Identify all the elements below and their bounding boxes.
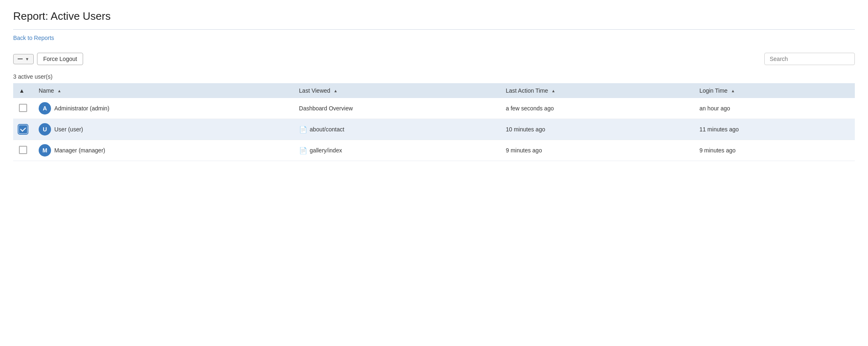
last-viewed-cell: 📄gallery/index <box>293 140 500 161</box>
last-viewed-cell: 📄about/contact <box>293 119 500 140</box>
user-avatar: M <box>39 144 51 157</box>
select-dropdown-button[interactable]: ▼ <box>13 54 34 64</box>
sort-up-icon: ▲ <box>19 87 25 94</box>
th-last-action-time-label: Last Action Time <box>506 87 548 94</box>
th-login-sort-icon: ▲ <box>731 89 735 93</box>
th-login-time-label: Login Time <box>699 87 727 94</box>
user-name-label: User (user) <box>54 126 83 133</box>
users-table: ▲ Name ▲ Last Viewed ▲ Last Act <box>13 83 855 161</box>
login-time-cell: 9 minutes ago <box>694 140 855 161</box>
row-checkbox[interactable] <box>19 146 27 154</box>
checkbox-cell[interactable] <box>13 98 33 119</box>
last-viewed-label: gallery/index <box>310 147 342 154</box>
login-time-cell: an hour ago <box>694 98 855 119</box>
user-avatar: A <box>39 102 51 115</box>
row-checkbox[interactable] <box>19 125 27 133</box>
last-viewed-label: about/contact <box>310 126 344 133</box>
last-viewed-label: Dashboard Overview <box>299 105 353 112</box>
th-login-time[interactable]: Login Time ▲ <box>694 83 855 98</box>
th-last-action-time[interactable]: Last Action Time ▲ <box>500 83 694 98</box>
th-name-sort-icon: ▲ <box>57 89 61 93</box>
user-avatar: U <box>39 123 51 136</box>
minus-icon <box>18 58 23 59</box>
page-title: Report: Active Users <box>13 10 855 23</box>
th-last-viewed-sort-icon: ▲ <box>334 89 338 93</box>
checkbox-cell[interactable] <box>13 140 33 161</box>
toolbar-left: ▼ Force Logout <box>13 53 83 65</box>
user-name-label: Administrator (admin) <box>54 105 109 112</box>
last-action-time-cell: 10 minutes ago <box>500 119 694 140</box>
back-to-reports-link[interactable]: Back to Reports <box>13 35 54 41</box>
table-row: MManager (manager)📄gallery/index9 minute… <box>13 140 855 161</box>
title-divider <box>13 29 855 30</box>
toolbar: ▼ Force Logout <box>13 48 855 70</box>
last-viewed-cell: Dashboard Overview <box>293 98 500 119</box>
active-count-label: 3 active user(s) <box>13 72 855 83</box>
th-last-viewed[interactable]: Last Viewed ▲ <box>293 83 500 98</box>
login-time-cell: 11 minutes ago <box>694 119 855 140</box>
toolbar-right <box>764 53 855 65</box>
search-input[interactable] <box>764 53 855 65</box>
checkbox-cell[interactable] <box>13 119 33 140</box>
page-document-icon: 📄 <box>299 147 307 154</box>
last-action-time-cell: a few seconds ago <box>500 98 694 119</box>
table-row: UUser (user)📄about/contact10 minutes ago… <box>13 119 855 140</box>
page-document-icon: 📄 <box>299 126 307 133</box>
th-last-action-sort-icon: ▲ <box>551 89 555 93</box>
user-name-cell: UUser (user) <box>33 119 293 140</box>
th-name-label: Name <box>39 87 54 94</box>
force-logout-button[interactable]: Force Logout <box>37 53 84 65</box>
last-action-time-cell: 9 minutes ago <box>500 140 694 161</box>
user-name-cell: MManager (manager) <box>33 140 293 161</box>
row-checkbox[interactable] <box>19 104 27 112</box>
th-select: ▲ <box>13 83 33 98</box>
chevron-down-icon: ▼ <box>25 57 29 61</box>
table-row: AAdministrator (admin)Dashboard Overview… <box>13 98 855 119</box>
th-last-viewed-label: Last Viewed <box>299 87 330 94</box>
table-header-row: ▲ Name ▲ Last Viewed ▲ Last Act <box>13 83 855 98</box>
user-name-label: Manager (manager) <box>54 147 105 154</box>
th-name[interactable]: Name ▲ <box>33 83 293 98</box>
user-name-cell: AAdministrator (admin) <box>33 98 293 119</box>
